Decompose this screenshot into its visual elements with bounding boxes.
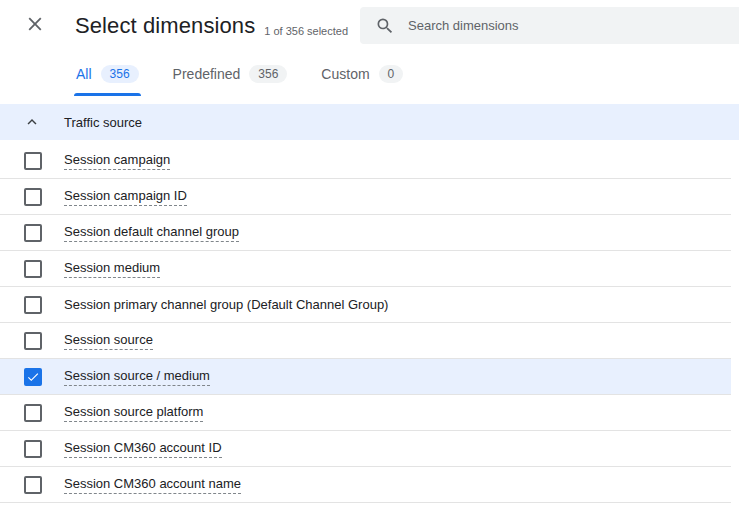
tab-label: All bbox=[76, 66, 92, 82]
checkbox[interactable] bbox=[24, 152, 42, 170]
dimension-label: Session source bbox=[64, 332, 153, 350]
dialog-header: Select dimensions 1 of 356 selected bbox=[0, 0, 739, 52]
dimension-row[interactable]: Session CM360 account ID bbox=[0, 431, 731, 467]
tab-predefined[interactable]: Predefined356 bbox=[173, 52, 288, 96]
dimension-row[interactable]: Session medium bbox=[0, 251, 731, 287]
close-button[interactable] bbox=[23, 14, 47, 38]
dimension-label: Session CM360 account name bbox=[64, 476, 241, 494]
close-icon bbox=[24, 13, 46, 39]
search-input[interactable] bbox=[408, 18, 708, 33]
tab-bar: All356Predefined356Custom0 bbox=[0, 52, 739, 96]
checkbox[interactable] bbox=[24, 332, 42, 350]
tab-count-badge: 356 bbox=[101, 65, 139, 83]
dimension-label: Session source / medium bbox=[64, 368, 210, 386]
dimension-label: Session medium bbox=[64, 260, 160, 278]
checkbox[interactable] bbox=[24, 296, 42, 314]
checkbox[interactable] bbox=[24, 404, 42, 422]
dimension-label: Session campaign bbox=[64, 152, 170, 170]
dimension-label: Session primary channel group (Default C… bbox=[64, 297, 388, 313]
dimension-label: Session default channel group bbox=[64, 224, 239, 242]
dimension-row[interactable]: Session default channel group bbox=[0, 215, 731, 251]
checkbox[interactable] bbox=[24, 476, 42, 494]
checkbox[interactable] bbox=[24, 188, 42, 206]
tab-count-badge: 0 bbox=[379, 65, 404, 83]
search-box[interactable] bbox=[360, 7, 739, 44]
dimension-row[interactable]: Session source platform bbox=[0, 395, 731, 431]
dimension-row[interactable]: Session campaign ID bbox=[0, 179, 731, 215]
page-title: Select dimensions bbox=[75, 13, 255, 39]
dimension-label: Session campaign ID bbox=[64, 188, 187, 206]
checkbox[interactable] bbox=[24, 440, 42, 458]
section-label: Traffic source bbox=[64, 115, 142, 130]
section-header-traffic-source[interactable]: Traffic source bbox=[0, 104, 739, 140]
tab-count-badge: 356 bbox=[249, 65, 287, 83]
tab-all[interactable]: All356 bbox=[76, 52, 139, 96]
selected-count: 1 of 356 selected bbox=[264, 16, 348, 37]
checkbox[interactable] bbox=[24, 368, 42, 386]
dimension-row[interactable]: Session source / medium bbox=[0, 359, 731, 395]
tab-label: Predefined bbox=[173, 66, 241, 82]
dimension-list: Session campaign Session campaign ID Ses… bbox=[0, 143, 731, 503]
tab-custom[interactable]: Custom0 bbox=[321, 52, 403, 96]
tab-label: Custom bbox=[321, 66, 369, 82]
check-icon bbox=[26, 370, 40, 384]
search-icon bbox=[375, 16, 395, 36]
dimension-label: Session source platform bbox=[64, 404, 203, 422]
dimension-row[interactable]: Session source bbox=[0, 323, 731, 359]
chevron-up-icon[interactable] bbox=[23, 113, 41, 131]
dimension-label: Session CM360 account ID bbox=[64, 440, 222, 458]
dimension-row[interactable]: Session campaign bbox=[0, 143, 731, 179]
checkbox[interactable] bbox=[24, 260, 42, 278]
dimension-row[interactable]: Session primary channel group (Default C… bbox=[0, 287, 731, 323]
checkbox[interactable] bbox=[24, 224, 42, 242]
dimension-row[interactable]: Session CM360 account name bbox=[0, 467, 731, 503]
